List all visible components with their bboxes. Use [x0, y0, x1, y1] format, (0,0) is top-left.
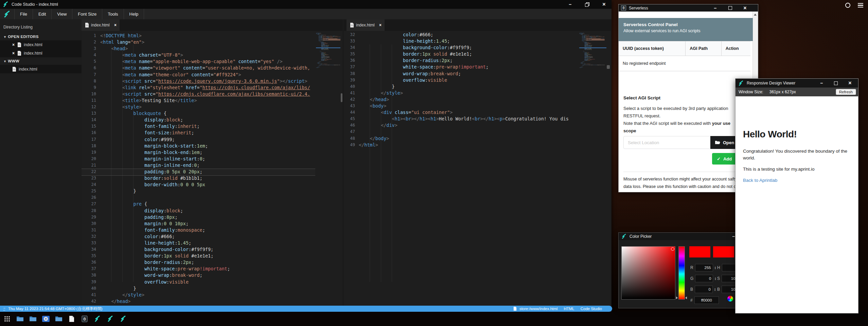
red-value[interactable]: 255 [695, 264, 713, 271]
menu-tools[interactable]: Tools [102, 9, 123, 19]
stepper-icon[interactable]: ▴▾ [715, 266, 716, 269]
menu-font-size[interactable]: Font Size [72, 9, 102, 19]
location-input[interactable] [623, 136, 710, 149]
close-icon[interactable]: × [12, 51, 15, 56]
sidebar-item-index.html[interactable]: index.html [0, 65, 82, 73]
code-line: <!DOCTYPE html> [100, 33, 315, 39]
minimize-icon[interactable]: − [567, 2, 573, 7]
close-icon[interactable]: × [742, 5, 748, 11]
saturation-picker[interactable] [621, 246, 675, 300]
restore-icon[interactable] [584, 2, 590, 7]
sidebar-item-index.html[interactable]: ×index.html [0, 40, 82, 49]
loading-circle-icon[interactable] [845, 3, 850, 8]
hue-label: H [717, 265, 720, 270]
scroll-up-icon[interactable] [754, 14, 757, 16]
code-line: <h1><br></h1><h1>Hello World!<br></h1><p… [359, 116, 579, 122]
code-editor[interactable]: 323334353637383940414243444546474849 col… [344, 31, 611, 306]
section-label: OPEN EDITORS [8, 35, 38, 39]
page-heading: Hello World! [743, 129, 797, 140]
minimap[interactable]: <!DOCTYPE html><html lang="en"> <head> <… [316, 33, 340, 68]
title-bar[interactable]: Responsive Design Viewer − × [736, 79, 858, 88]
tab-label: index.html [91, 23, 114, 27]
code-studio-logo-icon [738, 80, 744, 86]
title-bar[interactable]: 0 Serverless − × [619, 4, 758, 12]
line-number: 33 [344, 38, 355, 44]
color-wheel-icon[interactable] [727, 296, 733, 302]
stepper-icon[interactable]: ▴▾ [714, 288, 715, 291]
folder-icon[interactable] [16, 315, 24, 323]
line-number: 12 [82, 104, 96, 110]
file-icon [85, 23, 89, 27]
file-icon [12, 67, 16, 72]
minimize-icon[interactable]: − [712, 5, 718, 11]
blue-value[interactable]: 0 [695, 286, 713, 293]
serverless-icon: 0 [621, 5, 626, 11]
sidebar-item-index.html[interactable]: ×index.html [0, 49, 82, 57]
close-icon[interactable]: × [601, 2, 607, 7]
sidebar-section-www[interactable]: ▾WWW [0, 57, 82, 65]
stepper-icon[interactable]: ▴▾ [715, 277, 716, 280]
hamburger-menu-icon[interactable] [858, 3, 863, 8]
code-line: } [359, 83, 579, 90]
close-icon[interactable]: × [847, 80, 853, 86]
line-number: 37 [344, 64, 355, 70]
refresh-button[interactable]: Refresh [836, 89, 856, 95]
tab-close-icon[interactable]: × [379, 23, 382, 27]
line-number: 31 [82, 227, 96, 233]
code-line: </head> [359, 96, 579, 103]
back-link[interactable]: Back to Aprintlab [743, 178, 777, 183]
serverless-icon[interactable]: 0 [81, 315, 89, 323]
tab-index-html[interactable]: index.html × [82, 19, 120, 31]
maximize-icon[interactable] [727, 5, 733, 11]
file-name: index.html [24, 51, 42, 56]
scrollbar-thumb[interactable] [607, 65, 610, 69]
section-label: WWW [8, 59, 19, 63]
status-file-path[interactable]: store:/www/index.html [519, 307, 557, 311]
sidebar-section-open-editors[interactable]: ▾OPEN EDITORS [0, 33, 82, 40]
tab-index-html[interactable]: index.html × [347, 19, 385, 31]
menu-file[interactable]: File [14, 9, 33, 19]
folder-icon[interactable] [29, 315, 37, 323]
title-bar[interactable]: Code Studio - index.html − × [0, 0, 612, 9]
line-number: 9 [82, 84, 96, 91]
close-icon[interactable]: × [12, 42, 15, 47]
code-line: background-color:#f9f9f9; [359, 44, 579, 51]
code-line: border:1px solid #e1e1e1; [100, 253, 315, 259]
folder-icon[interactable] [55, 315, 63, 323]
minimize-icon[interactable]: − [819, 80, 824, 86]
scrollbar-thumb[interactable] [341, 93, 342, 102]
menu-help[interactable]: Help [124, 9, 144, 19]
code-line: </style> [100, 292, 315, 298]
maximize-icon[interactable] [833, 80, 838, 86]
disc-folder-icon[interactable] [42, 315, 50, 323]
code-studio-icon[interactable] [106, 315, 114, 323]
hex-value[interactable]: ff0000 [694, 296, 719, 304]
code-line: line-height:1.45; [359, 38, 579, 44]
code-studio-icon[interactable] [93, 315, 102, 323]
code-editor[interactable]: 1234567891011121314151617181920212223242… [82, 31, 342, 306]
code-text: <!DOCTYPE html><html lang="en"> <head> <… [100, 33, 315, 305]
rendered-page: Hello World! Congratulation! You discove… [736, 96, 858, 313]
minimap[interactable]: <!DOCTYPE html><html lang="en"> <head> <… [579, 33, 606, 68]
hue-slider[interactable] [678, 246, 685, 300]
hue-marker-right-icon [685, 296, 687, 299]
code-line: </body> [359, 135, 579, 142]
menu-view[interactable]: View [51, 9, 72, 19]
code-line: <body> [359, 103, 579, 109]
tab-close-icon[interactable]: × [114, 23, 117, 27]
hex-label: # [690, 298, 693, 303]
line-number: 38 [344, 71, 355, 77]
code-studio-icon[interactable] [119, 315, 127, 323]
menu-edit[interactable]: Edit [33, 9, 51, 19]
code-line: border-width:0 0 0 5px [100, 181, 315, 188]
line-number: 4 [82, 52, 96, 58]
document-icon[interactable] [68, 315, 76, 323]
app-grid-icon[interactable] [3, 315, 11, 323]
file-name: index.html [19, 67, 37, 72]
green-value[interactable]: 0 [695, 275, 713, 282]
line-number: 38 [82, 272, 96, 279]
status-file-type[interactable]: HTML [564, 307, 574, 311]
hue-marker-left-icon [676, 296, 678, 299]
green-label: G [690, 276, 693, 281]
saturation-marker[interactable] [671, 247, 674, 251]
